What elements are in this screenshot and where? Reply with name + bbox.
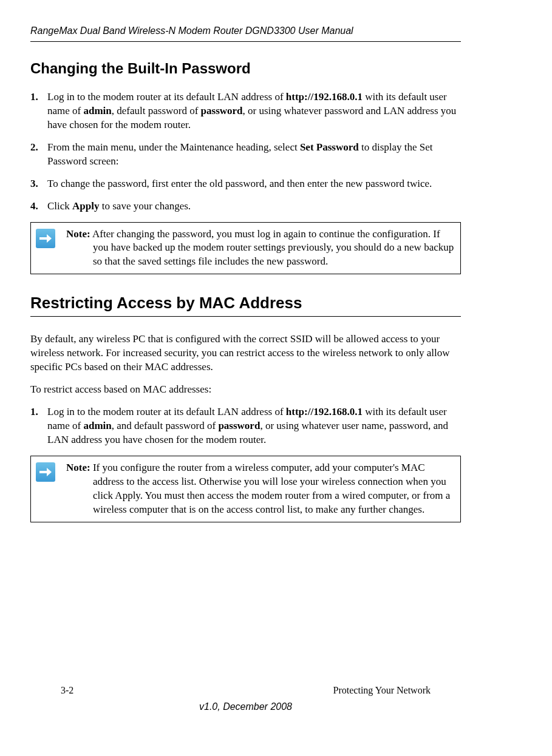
step-url: http://192.168.0.1 xyxy=(286,406,363,417)
step-number: 4. xyxy=(30,200,38,214)
note-box-1: Note: After changing the password, you m… xyxy=(30,222,461,275)
note-content: Note: If you configure the router from a… xyxy=(66,461,454,517)
chapter-name: Protecting Your Network xyxy=(333,684,431,697)
arrow-icon xyxy=(36,229,55,248)
step-password: password xyxy=(218,420,260,431)
step-text: Log in to the modem router at its defaul… xyxy=(47,406,286,417)
section-heading-changing-password: Changing the Built-In Password xyxy=(30,59,461,78)
step-text: , and default password of xyxy=(112,420,219,431)
note-content: Note: After changing the password, you m… xyxy=(66,228,454,269)
step-bold: Set Password xyxy=(300,141,359,153)
paragraph: To restrict access based on MAC addresse… xyxy=(30,383,461,397)
step-3: 3. To change the password, first enter t… xyxy=(30,177,461,191)
step-4: 4. Click Apply to save your changes. xyxy=(30,200,461,214)
step-1: 1. Log in to the modem router at its def… xyxy=(30,405,461,447)
page-footer: 3-2 Protecting Your Network v1.0, Decemb… xyxy=(61,684,431,714)
step-text: to save your changes. xyxy=(100,200,191,212)
steps-list-1: 1. Log in to the modem router at its def… xyxy=(30,90,461,214)
section-heading-mac-address: Restricting Access by MAC Address xyxy=(30,292,461,317)
step-1: 1. Log in to the modem router at its def… xyxy=(30,90,461,132)
step-text: Click xyxy=(47,200,72,212)
steps-list-2: 1. Log in to the modem router at its def… xyxy=(30,405,461,447)
step-url: http://192.168.0.1 xyxy=(286,91,363,103)
page-number: 3-2 xyxy=(61,684,73,697)
step-text: From the main menu, under the Maintenanc… xyxy=(47,141,300,153)
note-body: If you configure the router from a wirel… xyxy=(90,462,451,515)
arrow-icon xyxy=(36,462,55,482)
step-text: Log in to the modem router at its defaul… xyxy=(47,91,286,103)
step-number: 1. xyxy=(30,405,38,419)
step-number: 2. xyxy=(30,141,38,155)
step-admin: admin xyxy=(83,420,111,431)
note-label: Note: xyxy=(66,228,90,240)
document-header: RangeMax Dual Band Wireless-N Modem Rout… xyxy=(30,24,461,42)
note-box-2: Note: If you configure the router from a… xyxy=(30,456,461,522)
step-bold: Apply xyxy=(72,200,99,212)
paragraph: By default, any wireless PC that is conf… xyxy=(30,332,461,374)
step-2: 2. From the main menu, under the Mainten… xyxy=(30,141,461,169)
step-text: To change the password, first enter the … xyxy=(47,178,432,189)
step-number: 3. xyxy=(30,177,38,191)
step-password: password xyxy=(201,105,243,116)
step-number: 1. xyxy=(30,90,38,104)
step-text: , default password of xyxy=(112,105,201,116)
version-info: v1.0, December 2008 xyxy=(61,700,431,714)
note-label: Note: xyxy=(66,462,90,473)
step-admin: admin xyxy=(83,105,111,116)
note-body: After changing the password, you must lo… xyxy=(90,228,454,268)
